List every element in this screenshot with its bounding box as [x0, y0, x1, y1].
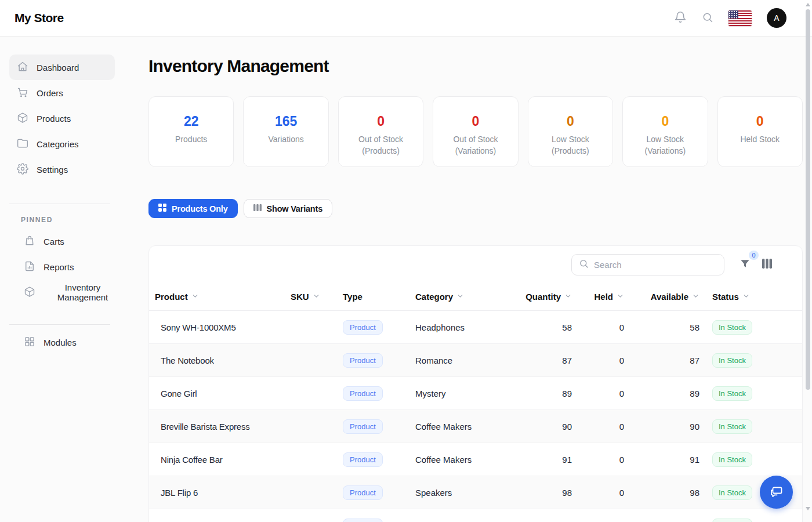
cell-product: Breville Barista Express [149, 422, 291, 432]
store-logo: My Store [14, 11, 64, 25]
cell-type: Product [343, 485, 415, 500]
stat-value: 0 [433, 114, 517, 129]
column-header-status[interactable]: Status [705, 292, 802, 302]
sidebar-item-dashboard[interactable]: Dashboard [9, 55, 115, 80]
stat-card-products: 22 Products [148, 96, 234, 167]
sidebar-item-inventory-management[interactable]: Inventory Management [16, 280, 122, 305]
chevron-down-icon [564, 292, 572, 302]
scroll-up-arrow-icon[interactable] [806, 3, 810, 6]
column-header-quantity[interactable]: Quantity [511, 292, 578, 302]
cell-product: The Notebook [149, 356, 291, 365]
stat-value: 0 [623, 114, 707, 129]
type-badge: Product [343, 519, 383, 522]
grid-squares-icon [158, 204, 166, 213]
table-row[interactable]: Ninja Coffee Bar Product Coffee Makers 9… [149, 443, 802, 476]
cell-status: In Stock [705, 452, 802, 467]
table-row[interactable]: Sony WH-1000XM5 Product Headphones 58 0 … [149, 311, 802, 344]
sidebar-item-label: Reports [44, 262, 74, 272]
cell-product: Ninja Coffee Bar [149, 455, 291, 465]
header-search-button[interactable] [702, 12, 713, 25]
cell-type: Product [343, 320, 415, 335]
table-row[interactable]: The Notebook Product Romance 87 0 87 In … [149, 344, 802, 377]
chevron-down-icon [742, 292, 750, 302]
sidebar-divider [9, 324, 110, 325]
column-header-type: Type [343, 292, 415, 302]
cell-available: 98 [630, 488, 705, 498]
stat-card-held-stock: 0 Held Stock [717, 96, 803, 167]
sidebar-nav: Dashboard Orders Products Categories Set… [0, 37, 125, 522]
cell-held: 0 [578, 455, 630, 465]
sidebar-item-label: Dashboard [37, 63, 79, 72]
sidebar-item-categories[interactable]: Categories [9, 131, 115, 157]
search-icon [579, 259, 589, 271]
sidebar-item-products[interactable]: Products [9, 106, 115, 131]
table-row[interactable]: Gone Girl Product Mystery 89 0 89 In Sto… [149, 377, 802, 410]
status-badge: In Stock [712, 320, 752, 335]
cell-category: Coffee Makers [415, 422, 511, 432]
sidebar-item-carts[interactable]: Carts [16, 229, 122, 254]
notifications-button[interactable] [674, 11, 687, 26]
type-badge: Product [343, 386, 383, 401]
cell-category: Speakers [415, 488, 511, 498]
bell-icon [674, 11, 687, 26]
chat-support-button[interactable] [760, 476, 793, 509]
cell-available: 89 [630, 389, 705, 398]
sidebar-item-settings[interactable]: Settings [9, 157, 115, 182]
stat-label: Products [149, 133, 233, 145]
chevron-down-icon [191, 292, 199, 302]
search-icon [702, 12, 713, 25]
cell-status: In Stock [705, 320, 802, 335]
search-input[interactable] [594, 260, 717, 270]
column-header-held[interactable]: Held [578, 292, 630, 302]
stat-label: Variations [244, 133, 328, 145]
scrollbar-thumb[interactable] [806, 9, 810, 390]
cell-quantity: 89 [511, 389, 578, 398]
stat-label: Out of Stock [339, 133, 423, 145]
columns-icon [762, 259, 772, 270]
cell-type: Product [343, 419, 415, 434]
status-badge: In Stock [712, 485, 752, 500]
page-scrollbar[interactable] [804, 0, 811, 522]
column-settings-button[interactable] [762, 259, 772, 270]
language-selector[interactable] [728, 10, 752, 26]
column-header-product[interactable]: Product [149, 292, 291, 302]
cell-status: In Stock [705, 353, 802, 368]
products-only-label: Products Only [172, 204, 228, 213]
scroll-down-arrow-icon[interactable] [806, 507, 810, 510]
show-variants-button[interactable]: Show Variants [244, 199, 333, 218]
stat-label: Out of Stock [433, 133, 517, 145]
filter-button[interactable] [740, 258, 751, 271]
table-header-row: Product SKU Type Category Quantity Held [149, 283, 802, 311]
stat-value: 22 [149, 114, 233, 129]
cell-quantity: 90 [511, 422, 578, 432]
user-avatar[interactable]: A [767, 8, 786, 28]
stat-value: 165 [244, 114, 328, 129]
cell-status: In Stock [705, 419, 802, 434]
sidebar-item-orders[interactable]: Orders [9, 80, 115, 106]
table-search-box[interactable] [571, 254, 724, 276]
table-row[interactable]: Breville Barista Express Product Coffee … [149, 410, 802, 443]
products-only-button[interactable]: Products Only [148, 199, 238, 218]
stat-label: Low Stock [623, 133, 707, 145]
type-badge: Product [343, 485, 383, 500]
stat-label: Low Stock [528, 133, 612, 145]
show-variants-label: Show Variants [267, 204, 323, 213]
cell-quantity: 91 [511, 455, 578, 465]
cell-status: In Stock [705, 386, 802, 401]
chevron-down-icon [617, 292, 624, 302]
sidebar-item-reports[interactable]: Reports [16, 254, 122, 280]
table-row[interactable]: Bose QuietComfort 45 Product Headphones … [149, 509, 802, 522]
column-header-category[interactable]: Category [415, 292, 511, 302]
folder-icon [17, 137, 28, 151]
cell-type: Product [343, 452, 415, 467]
stats-row: 22 Products 165 Variations 0 Out of Stoc… [148, 96, 803, 167]
column-header-sku[interactable]: SKU [291, 292, 343, 302]
table-row[interactable]: JBL Flip 6 Product Speakers 98 0 98 In S… [149, 476, 802, 509]
sidebar-item-label: Inventory Management [44, 282, 122, 302]
sidebar-item-modules[interactable]: Modules [16, 329, 122, 355]
status-badge: In Stock [712, 419, 752, 434]
column-header-available[interactable]: Available [630, 292, 705, 302]
cube-icon [24, 286, 35, 299]
cell-category: Mystery [415, 389, 511, 398]
stat-card-out-of-stock-products: 0 Out of Stock(Products) [338, 96, 423, 167]
